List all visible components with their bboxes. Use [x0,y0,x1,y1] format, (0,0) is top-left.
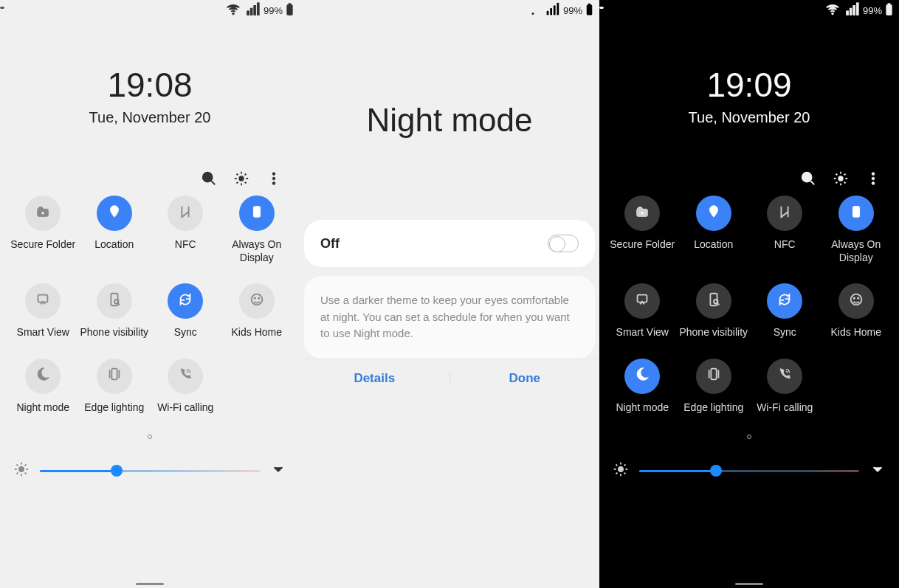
page-dot-1[interactable] [148,435,152,439]
svg-rect-41 [587,4,593,15]
svg-rect-39 [554,5,556,15]
tile-phone-visibility: Phone visibility [79,283,151,339]
toggle-wifi-calling[interactable] [767,359,802,394]
tile-sync: Sync [150,283,221,339]
toggle-smart-view[interactable] [624,283,660,319]
clock-time: 19:08 [0,65,300,105]
toggle-sync[interactable] [767,283,802,319]
svg-line-32 [16,464,18,466]
signal-icon [544,1,560,20]
quick-panel-dark: 99% 19:09 Tue, November 20 Secure Folder… [599,0,899,588]
tile-location: Location [79,196,151,264]
tile-label: Smart View [17,326,69,339]
edge-icon [706,366,722,386]
svg-point-7 [203,173,213,182]
toggle-phone-visibility[interactable] [696,283,731,319]
face-icon [249,291,265,311]
toggle-night-mode[interactable] [624,359,660,394]
sync-icon [776,291,793,311]
more-icon[interactable] [865,170,881,187]
brightness-icon [13,461,30,480]
signal-icon [244,1,261,20]
done-button[interactable]: Done [450,371,600,386]
svg-line-76 [624,473,626,474]
toggle-location[interactable] [97,196,132,231]
toggle-smart-view[interactable] [25,283,61,319]
svg-rect-40 [557,2,559,15]
svg-point-15 [112,208,116,212]
svg-point-53 [872,173,875,176]
toggle-nfc[interactable] [767,196,802,231]
toggle-always-on-display[interactable] [838,196,874,231]
toggle-night-mode[interactable] [25,359,61,394]
wifi-call-icon [776,366,793,386]
quick-settings-grid-light: Secure FolderLocationNFCAlways On Displa… [0,187,300,414]
wifi-icon [225,1,241,20]
toggle-always-on-display[interactable] [239,196,275,231]
toggle-secure-folder[interactable] [25,196,61,231]
details-button[interactable]: Details [300,371,450,386]
toggle-location[interactable] [696,196,731,231]
brightness-slider[interactable] [40,463,260,478]
svg-rect-44 [847,10,849,15]
night-mode-toggle-row[interactable]: Off [304,220,595,267]
tile-edge-lighting: Edge lighting [79,359,151,415]
svg-point-52 [838,176,843,181]
toggle-kids-home[interactable] [239,283,275,319]
tile-kids-home: Kids Home [221,283,293,339]
tile-label: Kids Home [831,326,881,339]
tile-label: Kids Home [232,326,282,339]
tile-label: Edge lighting [84,401,144,415]
toggle-phone-visibility[interactable] [97,283,132,319]
svg-point-22 [254,297,255,299]
svg-rect-1 [247,10,249,15]
battery-icon [286,3,294,18]
clock-date: Tue, November 20 [599,109,899,126]
toggle-edge-lighting[interactable] [97,359,132,394]
page-dot-1[interactable] [747,435,751,439]
svg-point-36 [532,13,534,15]
svg-point-70 [618,466,623,471]
brightness-slider[interactable] [639,463,859,478]
toggle-kids-home[interactable] [838,283,874,319]
cast-icon [634,291,650,311]
cast-icon [35,291,51,311]
edge-icon [106,366,123,386]
tile-always-on-display: Always On Display [221,196,293,264]
gear-icon[interactable] [233,170,249,187]
status-bar: 99% [0,0,300,21]
toggle-switch[interactable] [548,235,579,252]
tile-label: Secure Folder [10,238,75,252]
tile-label: Sync [774,326,796,339]
svg-point-66 [857,297,858,299]
toggle-nfc[interactable] [168,196,203,231]
svg-rect-6 [289,3,291,4]
pin-icon [706,204,722,224]
toggle-wifi-calling[interactable] [168,359,203,394]
chevron-down-icon[interactable] [869,461,886,480]
page-dot-2[interactable] [0,7,4,9]
battery-icon [885,3,893,18]
toggle-sync[interactable] [168,283,203,319]
svg-point-9 [239,176,244,181]
search-icon[interactable] [201,170,217,187]
search-icon[interactable] [800,170,816,187]
toggle-secure-folder[interactable] [624,196,660,231]
chevron-down-icon[interactable] [270,461,286,480]
more-icon[interactable] [266,170,282,187]
status-bar: 99% [599,0,899,21]
svg-line-78 [624,464,626,466]
aod-icon [848,204,864,224]
svg-point-65 [853,297,855,299]
svg-line-8 [211,181,216,185]
tile-label: Secure Folder [610,238,675,252]
page-dot-2[interactable] [599,7,604,9]
svg-rect-57 [641,212,644,215]
svg-line-75 [616,464,617,466]
clock-time: 19:09 [599,65,899,105]
tile-label: Night mode [16,401,69,415]
svg-line-77 [616,473,617,474]
night-mode-settings-page: 99% Night mode Off Use a darker theme to… [300,0,599,588]
toggle-edge-lighting[interactable] [696,359,731,394]
gear-icon[interactable] [833,170,849,187]
